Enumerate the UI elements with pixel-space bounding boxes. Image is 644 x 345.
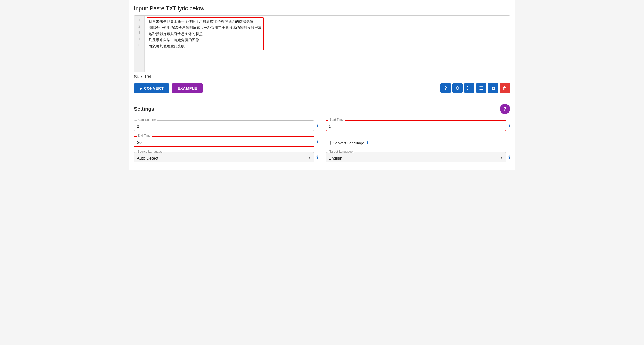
list-icon: ☰	[479, 85, 483, 91]
source-language-label: Source Language	[137, 150, 163, 153]
start-counter-group: Start Counter ℹ	[134, 120, 318, 131]
target-language-info-icon[interactable]: ℹ	[508, 154, 510, 160]
section-divider	[134, 99, 510, 99]
line-num-2: 2	[134, 23, 144, 30]
convert-language-checkbox[interactable]	[326, 141, 331, 145]
end-time-input[interactable]	[134, 136, 314, 147]
start-counter-info-icon[interactable]: ℹ	[316, 123, 318, 128]
target-language-wrapper: Target Language English Chinese Japanese…	[326, 152, 506, 162]
start-time-input[interactable]	[326, 120, 506, 131]
target-language-select[interactable]: English Chinese Japanese Korean Spanish	[326, 152, 506, 162]
target-language-group: Target Language English Chinese Japanese…	[326, 152, 510, 162]
settings-title: Settings	[134, 106, 154, 112]
copy-icon: ⧉	[492, 85, 495, 91]
settings-grid: Start Counter ℹ Start Time ℹ End Time ℹ …	[134, 120, 510, 162]
settings-header: Settings ?	[134, 104, 510, 114]
settings-help-icon: ?	[503, 106, 506, 112]
play-icon	[140, 86, 142, 90]
example-button[interactable]: EXAMPLE	[172, 83, 203, 93]
start-counter-wrapper: Start Counter	[134, 120, 314, 131]
lyric-input-area: 1 2 3 4 5 初音未来是世界上第一个使用全息投影技术举办演唱会的虚拟偶像 …	[134, 15, 510, 72]
page-title: Input: Paste TXT lyric below	[134, 5, 510, 12]
copy-icon-button[interactable]: ⧉	[488, 83, 498, 93]
expand-icon-button[interactable]: ⛶	[464, 83, 474, 93]
highlighted-lyric-box: 初音未来是世界上第一个使用全息投影技术举办演唱会的虚拟偶像 演唱会中使用的3D全…	[147, 17, 264, 50]
example-label: EXAMPLE	[177, 86, 197, 90]
start-counter-label: Start Counter	[137, 118, 157, 122]
lyric-line-1: 初音未来是世界上第一个使用全息投影技术举办演唱会的虚拟偶像	[149, 18, 261, 24]
lyric-text-content[interactable]: 初音未来是世界上第一个使用全息投影技术举办演唱会的虚拟偶像 演唱会中使用的3D全…	[145, 16, 510, 72]
end-time-label: End Time	[137, 134, 152, 137]
source-language-info-icon[interactable]: ℹ	[316, 154, 318, 160]
left-buttons: CONVERT EXAMPLE	[134, 83, 203, 93]
start-time-wrapper: Start Time	[326, 120, 506, 131]
convert-language-label: Convert Language	[333, 141, 364, 145]
lyric-line-5: 而忽略其他角度的光线	[149, 43, 261, 49]
source-language-group: Source Language Auto Detect Chinese Japa…	[134, 152, 318, 162]
help-icon-button[interactable]: ?	[440, 83, 451, 93]
convert-label: CONVERT	[144, 86, 164, 90]
delete-icon-button[interactable]: 🗑	[500, 83, 510, 93]
settings-help-fab[interactable]: ?	[500, 104, 510, 114]
toolbar-row: CONVERT EXAMPLE ? ⚙ ⛶ ☰ ⧉ 🗑	[134, 83, 510, 93]
line-num-5: 5	[134, 42, 144, 48]
question-icon: ?	[444, 85, 447, 91]
convert-button[interactable]: CONVERT	[134, 83, 169, 93]
start-time-info-icon[interactable]: ℹ	[508, 123, 510, 128]
line-numbers: 1 2 3 4 5	[134, 16, 145, 72]
lyric-line-2: 演唱会中使用的3D全息透明屏幕是一种采用了全息技术的透明投影屏幕	[149, 24, 261, 31]
end-time-group: End Time ℹ	[134, 136, 318, 147]
end-time-wrapper: End Time	[134, 136, 314, 147]
convert-language-row: Convert Language ℹ	[326, 136, 510, 147]
trash-icon: 🗑	[503, 85, 507, 91]
size-label: Size: 104	[134, 75, 510, 79]
lyric-line-4: 只显示来自某一特定角度的图像	[149, 37, 261, 43]
target-language-label: Target Language	[328, 150, 354, 153]
list-icon-button[interactable]: ☰	[476, 83, 486, 93]
gear-icon: ⚙	[455, 85, 460, 91]
convert-language-info-icon[interactable]: ℹ	[366, 140, 368, 146]
source-language-select[interactable]: Auto Detect Chinese Japanese Korean Engl…	[134, 152, 314, 162]
source-language-wrapper: Source Language Auto Detect Chinese Japa…	[134, 152, 314, 162]
start-counter-input[interactable]	[134, 120, 314, 131]
right-icon-buttons: ? ⚙ ⛶ ☰ ⧉ 🗑	[440, 83, 510, 93]
lyric-line-3: 这种投影屏幕具有全息图像的特点	[149, 31, 261, 37]
start-time-label: Start Time	[328, 118, 345, 122]
start-time-group: Start Time ℹ	[326, 120, 510, 131]
line-num-3: 3	[134, 30, 144, 36]
line-num-1: 1	[134, 17, 144, 23]
line-num-4: 4	[134, 36, 144, 42]
settings-icon-button[interactable]: ⚙	[452, 83, 463, 93]
expand-icon: ⛶	[467, 85, 472, 91]
end-time-info-icon[interactable]: ℹ	[316, 139, 318, 144]
